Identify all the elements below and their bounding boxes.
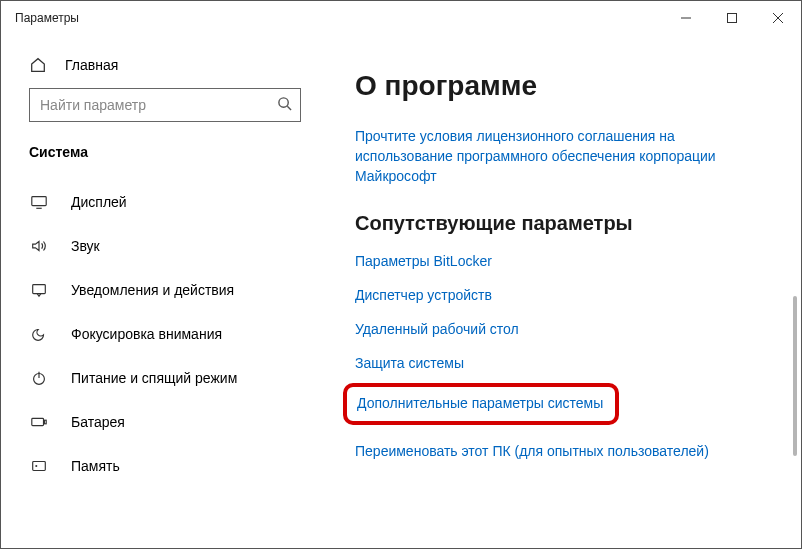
search-input[interactable] — [29, 88, 301, 122]
home-label: Главная — [65, 57, 118, 73]
focus-icon — [29, 325, 49, 343]
sidebar: Главная Система Дисплей — [1, 36, 321, 549]
sidebar-item-focus[interactable]: Фокусировка внимания — [1, 312, 321, 356]
sidebar-item-storage[interactable]: Память — [1, 444, 321, 488]
sidebar-item-label: Фокусировка внимания — [71, 326, 222, 342]
page-title: О программе — [355, 70, 771, 102]
settings-window: Параметры Главная — [0, 0, 802, 549]
search-field[interactable] — [38, 96, 277, 114]
display-icon — [29, 193, 49, 211]
sidebar-section-system: Система — [1, 140, 321, 180]
main-pane: О программе Прочтите условия лицензионно… — [321, 36, 801, 549]
svg-rect-13 — [33, 462, 46, 471]
highlight-advanced-settings: Дополнительные параметры системы — [343, 383, 619, 425]
scrollbar-thumb[interactable] — [793, 296, 797, 456]
window-title: Параметры — [15, 11, 79, 25]
svg-rect-11 — [32, 418, 44, 425]
svg-line-5 — [287, 106, 291, 110]
sidebar-item-battery[interactable]: Батарея — [1, 400, 321, 444]
titlebar: Параметры — [1, 1, 801, 36]
sidebar-item-power[interactable]: Питание и спящий режим — [1, 356, 321, 400]
minimize-button[interactable] — [663, 1, 709, 35]
notification-icon — [29, 281, 49, 299]
storage-icon — [29, 457, 49, 475]
sidebar-item-label: Дисплей — [71, 194, 127, 210]
svg-rect-6 — [32, 197, 46, 206]
svg-rect-8 — [33, 285, 46, 294]
svg-point-4 — [279, 97, 288, 106]
sidebar-item-label: Память — [71, 458, 120, 474]
sidebar-item-label: Звук — [71, 238, 100, 254]
sidebar-item-sound[interactable]: Звук — [1, 224, 321, 268]
home-icon — [29, 56, 49, 74]
battery-icon — [29, 413, 49, 431]
sidebar-item-label: Питание и спящий режим — [71, 370, 237, 386]
close-button[interactable] — [755, 1, 801, 35]
power-icon — [29, 369, 49, 387]
sidebar-item-display[interactable]: Дисплей — [1, 180, 321, 224]
link-license[interactable]: Прочтите условия лицензионного соглашени… — [355, 126, 735, 186]
sidebar-item-label: Батарея — [71, 414, 125, 430]
link-system-protection[interactable]: Защита системы — [355, 353, 735, 373]
link-rename-pc[interactable]: Переименовать этот ПК (для опытных польз… — [355, 441, 735, 461]
sidebar-item-notifications[interactable]: Уведомления и действия — [1, 268, 321, 312]
svg-point-14 — [36, 466, 37, 467]
maximize-button[interactable] — [709, 1, 755, 35]
home-button[interactable]: Главная — [1, 46, 321, 88]
sidebar-item-label: Уведомления и действия — [71, 282, 234, 298]
related-heading: Сопутствующие параметры — [355, 212, 771, 235]
link-remote-desktop[interactable]: Удаленный рабочий стол — [355, 319, 735, 339]
link-bitlocker[interactable]: Параметры BitLocker — [355, 251, 735, 271]
link-device-manager[interactable]: Диспетчер устройств — [355, 285, 735, 305]
svg-rect-12 — [44, 420, 46, 424]
search-icon — [277, 96, 292, 115]
svg-rect-1 — [728, 14, 737, 23]
sound-icon — [29, 237, 49, 255]
link-advanced-system-settings[interactable]: Дополнительные параметры системы — [357, 393, 603, 413]
